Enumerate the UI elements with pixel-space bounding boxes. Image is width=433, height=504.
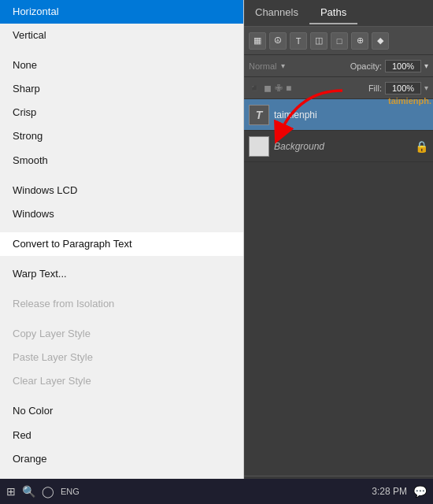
layer-icon-background — [249, 136, 269, 157]
transform-icon: ⊕ — [357, 35, 364, 46]
lock-all-icon: ◫ — [315, 35, 323, 46]
taskbar-cortana-icon[interactable]: ◯ — [42, 485, 54, 498]
menu-item-crisp[interactable]: Crisp — [0, 101, 243, 124]
opacity-label: Opacity: — [350, 61, 382, 71]
lock-image-btn[interactable]: ☮ — [269, 32, 287, 50]
separator-1 — [0, 47, 243, 54]
menu-item-convert-paragraph[interactable]: Convert to Paragraph Text — [0, 232, 243, 256]
menu-item-smooth[interactable]: Smooth — [0, 149, 243, 172]
menu-item-release-isolation: Release from Isolation — [0, 292, 243, 316]
opacity-dropdown-arrow[interactable]: ▾ — [424, 61, 428, 70]
menu-item-orange[interactable]: Orange — [0, 447, 243, 471]
normal-blend-label: Normal — [249, 61, 276, 71]
fill-label: Fill: — [368, 83, 382, 93]
context-menu[interactable]: Horizontal Vertical None Sharp Crisp Str… — [0, 0, 244, 504]
layer-lock-icon: 🔒 — [415, 140, 428, 153]
fill-dropdown-arrow[interactable]: ▾ — [424, 83, 428, 92]
menu-item-clear-layer-style: Clear Layer Style — [0, 369, 243, 393]
separator-4 — [0, 256, 243, 262]
lock-all-btn[interactable]: ◫ — [310, 32, 328, 50]
layers-empty-area — [244, 162, 433, 476]
layer-item-taimienphi[interactable]: T taimienphi — [244, 99, 433, 131]
lock-image-icon: ☮ — [274, 35, 282, 46]
opacity-value[interactable]: 100% — [385, 60, 421, 72]
menu-item-windows-lcd[interactable]: Windows LCD — [0, 179, 243, 202]
menu-item-none[interactable]: None — [0, 54, 243, 77]
layers-toolbar: ▦ ☮ T ◫ □ ⊕ ◆ — [244, 27, 433, 55]
separator-2 — [0, 172, 243, 179]
layer-name-background: Background — [274, 141, 324, 152]
layers-panel: Channels Paths ▦ ☮ T ◫ □ ⊕ ◆ Normal ▾ Op… — [244, 0, 433, 504]
tab-channels[interactable]: Channels — [244, 2, 309, 24]
menu-item-strong[interactable]: Strong — [0, 124, 243, 148]
artboard-icon: □ — [337, 36, 342, 46]
lock-position-icon: T — [296, 36, 302, 46]
taskbar-search-icon[interactable]: 🔍 — [22, 485, 35, 498]
opacity-row: Normal ▾ Opacity: 100% ▾ — [244, 55, 433, 77]
lock-pixel-icon[interactable]: ◾ — [249, 83, 261, 94]
filter-btn[interactable]: ◆ — [372, 32, 389, 50]
lock-transparent-icon: ▦ — [254, 35, 261, 46]
taskbar-start-icon[interactable]: ⊞ — [6, 485, 16, 498]
blend-dropdown-arrow[interactable]: ▾ — [281, 61, 285, 70]
separator-7 — [0, 393, 243, 399]
menu-item-paste-layer-style: Paste Layer Style — [0, 346, 243, 369]
layer-item-background[interactable]: Background 🔒 — [244, 131, 433, 162]
lock-position-btn[interactable]: T — [290, 32, 307, 50]
menu-item-vertical[interactable]: Vertical — [0, 24, 243, 47]
taskbar-chat-icon[interactable]: 💬 — [413, 485, 427, 498]
separator-3 — [0, 226, 243, 232]
artboard-btn[interactable]: □ — [331, 32, 348, 50]
menu-item-horizontal[interactable]: Horizontal — [0, 0, 243, 24]
menu-item-sharp[interactable]: Sharp — [0, 77, 243, 101]
fill-value[interactable]: 100% — [385, 82, 421, 94]
lock-transparent-btn[interactable]: ▦ — [249, 32, 266, 50]
menu-item-windows[interactable]: Windows — [0, 202, 243, 226]
lock-move-icon[interactable]: ✙ — [275, 83, 283, 94]
separator-6 — [0, 316, 243, 322]
layer-name-taimienphi: taimienphi — [274, 109, 317, 120]
layer-icon-text: T — [249, 105, 269, 125]
menu-item-red[interactable]: Red — [0, 424, 243, 447]
taskbar-time: 3:28 PM — [372, 486, 407, 497]
transform-btn[interactable]: ⊕ — [351, 32, 368, 50]
lock-paint-icon[interactable]: ◼ — [264, 83, 272, 94]
separator-5 — [0, 286, 243, 292]
panel-tabs: Channels Paths — [244, 0, 433, 27]
taskbar-lang: ENG — [61, 487, 80, 496]
menu-item-warp-text[interactable]: Warp Text... — [0, 262, 243, 286]
menu-item-copy-layer-style: Copy Layer Style — [0, 322, 243, 346]
fill-row: ◾ ◼ ✙ ■ Fill: 100% ▾ — [244, 77, 433, 99]
tab-paths[interactable]: Paths — [309, 2, 357, 24]
lock-icons-row: ◾ ◼ ✙ ■ — [249, 83, 291, 94]
menu-item-no-color[interactable]: No Color — [0, 399, 243, 423]
lock-artboard-icon[interactable]: ■ — [286, 83, 291, 94]
filter-icon: ◆ — [377, 35, 383, 46]
taskbar: ⊞ 🔍 ◯ ENG 3:28 PM 💬 — [0, 479, 433, 504]
